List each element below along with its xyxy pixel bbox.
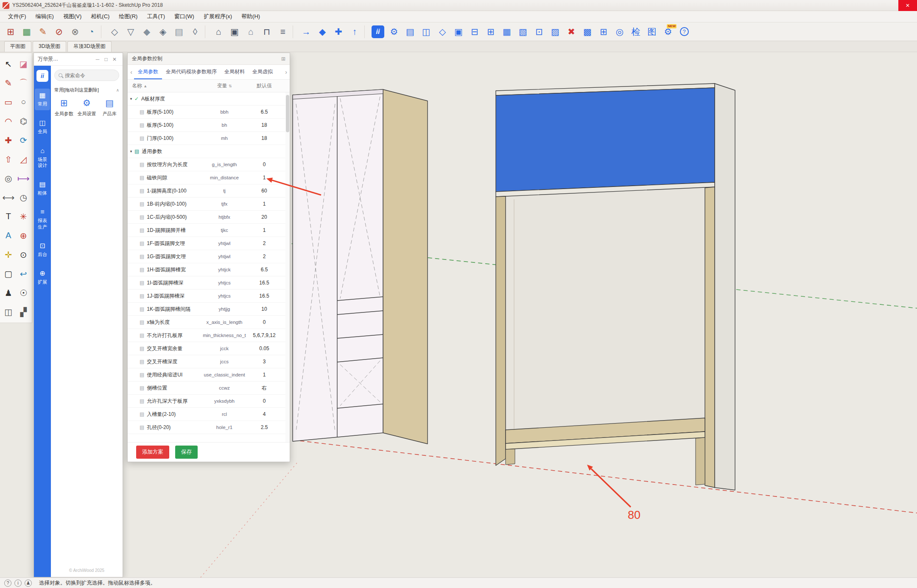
circle-tool-icon[interactable]: ○ xyxy=(16,92,31,111)
3d-text-tool-icon[interactable]: A xyxy=(1,226,16,245)
right-cabinet-model[interactable] xyxy=(496,84,735,490)
shape-lines-icon[interactable]: ▤ xyxy=(171,24,187,40)
search-input[interactable] xyxy=(65,72,115,78)
param-row[interactable]: ▤ 板厚(5-100) bh 18 xyxy=(128,119,290,132)
tabs-scroll-right-icon[interactable]: › xyxy=(283,65,289,79)
param-default-value-cell[interactable]: 16.5 xyxy=(246,280,282,286)
wardrobe-front-face[interactable] xyxy=(293,89,383,441)
param-row[interactable]: ▤ 按纹理方向为长度 g_is_length 0 xyxy=(128,158,290,171)
param-row[interactable]: ▤ 1I-圆弧踢脚槽深 yhtjcs 16.5 xyxy=(128,276,290,290)
scrollbar-thumb[interactable] xyxy=(286,95,289,132)
plugin-slot-icon[interactable]: ⊡ xyxy=(531,24,547,40)
common-section-header[interactable]: 常用[拖动到这里删除] ∧ xyxy=(54,87,119,93)
cabinet-right-stile[interactable] xyxy=(705,187,715,488)
param-row[interactable]: ▤ 不允许打孔板厚 min_thickness_no_t 5,6,7,9,12 xyxy=(128,329,290,342)
toolbar-separator[interactable] xyxy=(205,25,209,38)
menu-item[interactable]: 窗口(W) xyxy=(170,11,199,22)
scene-tab[interactable]: 平面图 xyxy=(4,41,31,52)
style-tool-icon[interactable]: ▞ xyxy=(16,302,31,321)
wardrobe-side-panel[interactable] xyxy=(383,89,428,444)
dimension-tool-icon[interactable]: ⟷ xyxy=(1,188,16,207)
param-default-value-cell[interactable]: 2 xyxy=(246,240,282,246)
person-icon[interactable]: ♟ xyxy=(25,580,32,587)
quick-item-global-params[interactable]: ⊞ 全局参数 xyxy=(54,98,74,117)
house-alt-icon[interactable]: ⌂ xyxy=(243,24,259,40)
menu-item[interactable]: 相机(C) xyxy=(86,11,114,22)
scene-tab[interactable]: 吊顶3D场景图 xyxy=(67,41,111,52)
param-row[interactable]: ▤ 磁铁间隙 min_distance 1 xyxy=(128,171,290,184)
param-scrollbar[interactable] xyxy=(285,92,290,442)
look-around-tool-icon[interactable]: ☉ xyxy=(16,283,31,302)
param-row[interactable]: ▤ 1G-圆弧踢脚文理 yhtjwl 2 xyxy=(128,250,290,263)
arc-tool-icon[interactable]: ⌒ xyxy=(16,73,31,92)
walk-tool-icon[interactable]: ♟ xyxy=(1,283,16,302)
param-default-value-cell[interactable]: 5,6,7,9,12 xyxy=(246,332,282,338)
command-search-box[interactable] xyxy=(54,70,119,81)
plugin-board-icon[interactable]: ▣ xyxy=(450,24,467,40)
param-default-value-cell[interactable]: 6.5 xyxy=(246,109,282,115)
plugin-hatch-icon[interactable]: ▨ xyxy=(547,24,563,40)
param-default-value-cell[interactable]: 0 xyxy=(246,319,282,325)
param-default-value-cell[interactable]: 0 xyxy=(246,162,282,167)
toolbar-separator[interactable] xyxy=(293,25,296,38)
plugin-drawer-icon[interactable]: ⊟ xyxy=(467,24,483,40)
save-button[interactable]: 保存 xyxy=(175,446,198,459)
cabinet-left-stile[interactable] xyxy=(496,196,506,465)
left-wardrobe-model[interactable] xyxy=(293,89,428,444)
plugin-settings-icon[interactable]: ⚙ xyxy=(386,24,402,40)
param-default-value-cell[interactable]: 20 xyxy=(246,214,282,220)
archiwood-logo-icon[interactable]: ii xyxy=(372,25,384,38)
collapse-caret-icon[interactable]: ▾ xyxy=(128,149,134,153)
param-default-value-cell[interactable]: 3 xyxy=(246,359,282,365)
cabinet-left-foot[interactable] xyxy=(506,449,515,465)
close-window-button[interactable]: ✕ xyxy=(898,0,917,11)
param-row[interactable]: ▤ 1-踢脚高度(0-100 tj 60 xyxy=(128,184,290,198)
param-row[interactable]: ▤ 1H-圆弧踢脚槽宽 yhtjck 6.5 xyxy=(128,263,290,276)
shape-diamond-icon[interactable]: ◇ xyxy=(106,24,123,40)
axis-move-icon[interactable]: ✚ xyxy=(330,24,347,40)
shape-solid-diamond-icon[interactable]: ◆ xyxy=(139,24,155,40)
param-row[interactable]: ▤ 使用经典缩进UI use_classic_indent 1 xyxy=(128,368,290,382)
maximize-icon[interactable]: □ xyxy=(102,56,110,62)
plugin-new-feature-icon[interactable]: ⚙ NEW xyxy=(660,24,676,40)
scene-tab[interactable]: 3D场景图 xyxy=(33,41,66,52)
plugin-panels-icon[interactable]: ▦ xyxy=(499,24,515,40)
param-default-value-cell[interactable]: 1 xyxy=(246,372,282,378)
param-default-value-cell[interactable]: 16.5 xyxy=(246,293,282,299)
help-circle-icon[interactable]: ? xyxy=(4,580,11,587)
line-tool-icon[interactable]: ✎ xyxy=(1,73,16,92)
param-row[interactable]: ▤ 允许孔深大于板厚 yxksdybh 0 xyxy=(128,395,290,408)
param-row[interactable]: ▤ x轴为长度 x_axis_is_length 0 xyxy=(128,316,290,329)
param-default-value-cell[interactable]: 10 xyxy=(246,306,282,312)
param-default-value-cell[interactable]: 0 xyxy=(246,398,282,404)
selected-blue-panel[interactable] xyxy=(496,88,715,192)
zoom-tool-icon[interactable]: ⊙ xyxy=(16,245,31,264)
rail-item-extension[interactable]: ⊕ 扩展 xyxy=(35,267,50,288)
param-row[interactable]: ▾ ✓ A板材厚度 xyxy=(128,92,290,106)
help-icon[interactable]: ? xyxy=(676,24,692,40)
menu-item[interactable]: 文件(F) xyxy=(3,11,31,22)
history-icon[interactable]: ◔ xyxy=(83,24,99,40)
pan-tool-icon[interactable]: ✛ xyxy=(1,245,16,264)
shape-gem-icon[interactable]: ◈ xyxy=(155,24,171,40)
menu-item[interactable]: 绘图(R) xyxy=(114,11,142,22)
param-row[interactable]: ▤ 孔径(0-20) hole_r1 2.5 xyxy=(128,421,290,434)
menu-item[interactable]: 编辑(E) xyxy=(31,11,59,22)
param-window-titlebar[interactable]: 全局参数控制 ⊞ xyxy=(128,53,290,65)
menu-item[interactable]: 扩展程序(x) xyxy=(199,11,237,22)
move-tool-icon[interactable]: ✚ xyxy=(1,131,16,150)
doorway-icon[interactable]: ⊓ xyxy=(259,24,275,40)
info-circle-icon[interactable]: i xyxy=(14,580,22,587)
add-scheme-button[interactable]: 添加方案 xyxy=(136,446,169,459)
param-default-value-cell[interactable]: 0.05 xyxy=(246,346,282,351)
tabs-scroll-left-icon[interactable]: ‹ xyxy=(129,65,134,79)
param-row[interactable]: ▤ 1K-圆弧踢脚槽间隔 yhtjjg 10 xyxy=(128,303,290,316)
menu-item[interactable]: 工具(T) xyxy=(142,11,170,22)
param-row[interactable]: ▤ 1F-圆弧踢脚文理 yhtjwl 2 xyxy=(128,237,290,250)
shape-triangle-icon[interactable]: ▽ xyxy=(123,24,139,40)
polygon-tool-icon[interactable]: ⌬ xyxy=(16,111,31,131)
protractor-tool-icon[interactable]: ◷ xyxy=(16,188,31,207)
text-tool-icon[interactable]: T xyxy=(1,207,16,226)
param-default-value-cell[interactable]: 18 xyxy=(246,122,282,128)
plugin-part-icon[interactable]: ◇ xyxy=(434,24,450,40)
